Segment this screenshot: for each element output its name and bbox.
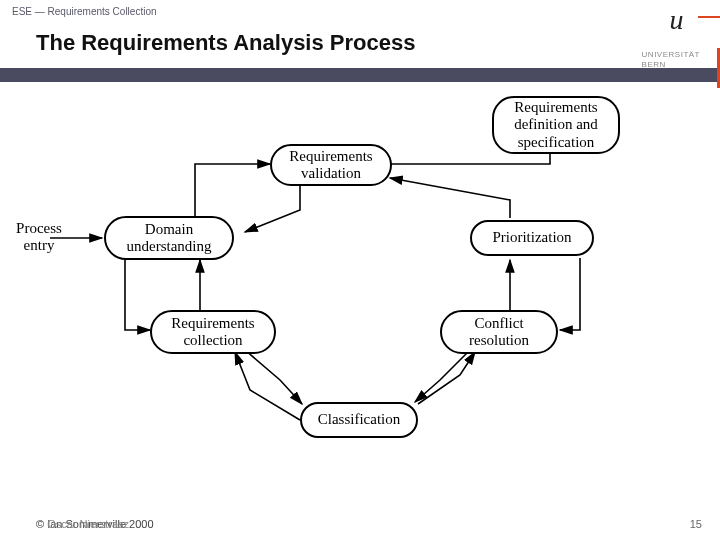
footer-copyright: © Ian Sommerville 2000 © Oscar Nierstras…	[36, 518, 154, 530]
node-classification: Classification	[300, 402, 418, 438]
process-entry-label: Process entry	[14, 220, 64, 253]
page-title: The Requirements Analysis Process	[36, 30, 720, 56]
breadcrumb: ESE — Requirements Collection	[0, 0, 720, 28]
page-number: 15	[690, 518, 702, 530]
logo-university-name: UNIVERSITÄT BERN	[642, 50, 700, 69]
process-diagram: Process entry Requirements validation Re…	[20, 120, 700, 480]
node-requirements-validation: Requirements validation	[270, 144, 392, 186]
logo-letter-u: u	[670, 4, 684, 35]
copyright-overlay: © Oscar Nierstrasz	[36, 518, 129, 530]
university-logo: u b UNIVERSITÄT BERN	[670, 6, 696, 34]
header-divider	[0, 68, 720, 82]
node-requirements-definition-specification: Requirements definition and specificatio…	[492, 96, 620, 154]
node-requirements-collection: Requirements collection	[150, 310, 276, 354]
logo-underline	[698, 16, 720, 18]
node-conflict-resolution: Conflict resolution	[440, 310, 558, 354]
node-domain-understanding: Domain understanding	[104, 216, 234, 260]
breadcrumb-text: ESE — Requirements Collection	[12, 6, 157, 17]
page-title-area: The Requirements Analysis Process	[0, 28, 720, 68]
node-prioritization: Prioritization	[470, 220, 594, 256]
